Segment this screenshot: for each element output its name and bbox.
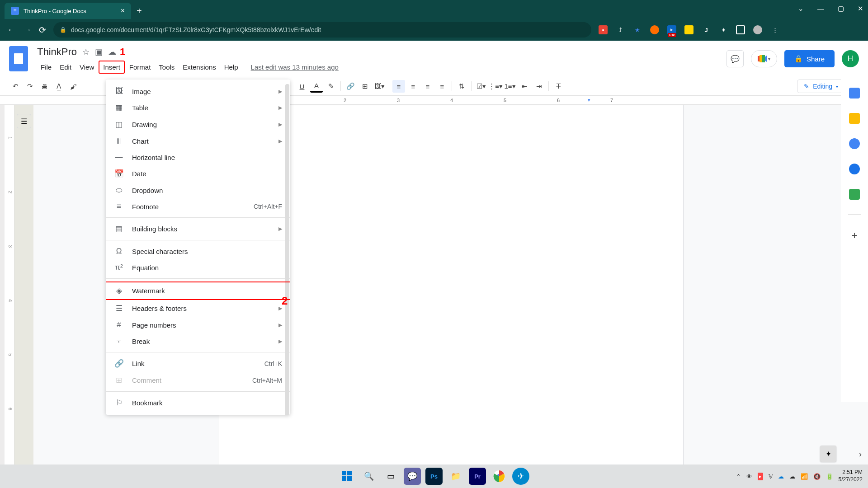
menu-help[interactable]: Help <box>221 61 242 73</box>
start-button[interactable] <box>339 468 356 485</box>
cloud-status-icon[interactable]: ☁ <box>108 47 116 57</box>
print-button[interactable]: 🖶 <box>38 80 51 93</box>
bulleted-list-button[interactable]: ⋮≡▾ <box>489 80 502 93</box>
task-view-button[interactable]: ▭ <box>382 468 399 485</box>
teams-icon[interactable]: 💬 <box>404 468 421 485</box>
share-button[interactable]: 🔒 Share <box>784 50 835 67</box>
move-icon[interactable]: ▣ <box>95 47 103 57</box>
premiere-icon[interactable]: Pr <box>469 468 486 485</box>
align-center-button[interactable]: ≡ <box>407 80 420 93</box>
account-avatar[interactable]: H <box>842 50 859 67</box>
document-title[interactable]: ThinkPro <box>37 46 77 58</box>
menu-extensions[interactable]: Extensions <box>179 61 219 73</box>
insert-link-button[interactable]: 🔗 <box>344 80 357 93</box>
menu-item-table[interactable]: ▦Table▶ <box>106 99 290 116</box>
menu-insert[interactable]: Insert <box>99 61 125 74</box>
wifi-icon[interactable]: 📶 <box>801 473 808 480</box>
menu-item-dropdown[interactable]: ⬭Dropdown <box>106 182 290 198</box>
menu-edit[interactable]: Edit <box>56 61 75 73</box>
insert-image-button[interactable]: 🖼▾ <box>373 80 386 93</box>
menu-item-building-blocks[interactable]: ▤Building blocks▶ <box>106 221 290 237</box>
tray-icon-v[interactable]: 𝕍 <box>769 473 773 480</box>
menu-item-link[interactable]: 🔗LinkCtrl+K <box>106 355 290 372</box>
bookmark-star-icon[interactable]: ★ <box>633 25 642 34</box>
paint-format-button[interactable]: 🖌 <box>67 80 80 93</box>
editing-mode-button[interactable]: ✎ Editing ▾ <box>797 80 845 93</box>
menu-item-chart[interactable]: ⫼Chart▶ <box>106 133 290 149</box>
explorer-icon[interactable]: 📁 <box>447 468 464 485</box>
redo-button[interactable]: ↷ <box>24 80 36 93</box>
tasks-icon[interactable] <box>849 138 860 149</box>
menu-format[interactable]: Format <box>126 61 155 73</box>
extensions-puzzle-icon[interactable]: ✦ <box>719 25 728 34</box>
menu-item-bookmark[interactable]: ⚐Bookmark <box>106 394 290 411</box>
spellcheck-button[interactable]: A̲ <box>52 80 65 93</box>
undo-button[interactable]: ↶ <box>9 80 22 93</box>
tray-chevron-icon[interactable]: ⌃ <box>736 473 741 480</box>
tray-eye-icon[interactable]: 👁 <box>746 473 752 480</box>
docs-logo[interactable] <box>9 46 28 71</box>
tab-search-icon[interactable]: ⌄ <box>798 5 804 13</box>
meet-button[interactable]: ▾ <box>751 50 777 67</box>
menu-item-equation[interactable]: π²Equation <box>106 259 290 276</box>
decrease-indent-button[interactable]: ⇤ <box>518 80 531 93</box>
explore-button[interactable]: ✦ <box>820 446 836 462</box>
checklist-button[interactable]: ☑▾ <box>475 80 487 93</box>
ext-icon-j[interactable]: J <box>702 25 711 34</box>
star-icon[interactable]: ☆ <box>82 47 90 57</box>
close-tab-icon[interactable]: × <box>121 7 125 15</box>
align-justify-button[interactable]: ≡ <box>436 80 448 93</box>
close-window-icon[interactable]: ✕ <box>858 5 863 13</box>
align-left-button[interactable]: ≡ <box>392 80 405 93</box>
volume-icon[interactable]: 🔇 <box>813 473 821 480</box>
menu-item-headers-footers[interactable]: ☰Headers & footers▶ <box>106 300 290 317</box>
menu-item-watermark[interactable]: ◈Watermark <box>106 282 290 300</box>
minimize-icon[interactable]: — <box>817 5 824 13</box>
contacts-icon[interactable] <box>849 164 860 174</box>
menu-item-horizontal-line[interactable]: —Horizontal line <box>106 149 290 165</box>
comments-button[interactable]: 💬 <box>726 50 744 67</box>
onedrive-icon[interactable]: ☁ <box>778 473 784 480</box>
clear-formatting-button[interactable]: T̶ <box>552 80 565 93</box>
reload-button[interactable]: ⟳ <box>39 25 46 35</box>
highlight-button[interactable]: ✎ <box>325 80 337 93</box>
hide-side-panel-button[interactable]: › <box>859 450 862 459</box>
align-right-button[interactable]: ≡ <box>421 80 434 93</box>
underline-button[interactable]: U <box>296 80 308 93</box>
menu-item-special-characters[interactable]: ΩSpecial characters <box>106 243 290 259</box>
back-button[interactable]: ← <box>7 25 16 35</box>
profile-avatar-icon[interactable] <box>753 25 762 34</box>
tray-icon-red[interactable]: ▸ <box>758 473 763 480</box>
clock[interactable]: 2:51 PM 5/27/2022 <box>839 469 863 483</box>
ext-icon-3[interactable] <box>684 25 693 34</box>
ext-icon-1[interactable]: ▪ <box>599 25 608 34</box>
browser-menu-icon[interactable]: ⋮ <box>770 25 779 34</box>
telegram-icon[interactable]: ✈ <box>512 468 529 485</box>
menu-item-break[interactable]: ⫟Break▶ <box>106 333 290 349</box>
increase-indent-button[interactable]: ⇥ <box>533 80 545 93</box>
maps-icon[interactable] <box>849 189 860 200</box>
menu-item-date[interactable]: 📅Date <box>106 165 290 182</box>
ext-icon-box[interactable] <box>736 25 745 34</box>
menu-item-footnote[interactable]: ≡FootnoteCtrl+Alt+F <box>106 198 290 215</box>
linkedin-ext-icon[interactable]: in>3k <box>667 25 676 34</box>
outline-toggle-button[interactable]: ☰ <box>17 114 31 128</box>
keep-icon[interactable] <box>849 113 860 124</box>
new-tab-button[interactable]: + <box>137 6 142 16</box>
menu-view[interactable]: View <box>76 61 98 73</box>
line-spacing-button[interactable]: ⇅ <box>455 80 468 93</box>
search-button[interactable]: 🔍 <box>360 468 377 485</box>
vertical-ruler[interactable]: 1 2 3 4 5 6 <box>5 105 14 488</box>
maximize-icon[interactable]: ▢ <box>838 5 844 13</box>
last-edit-link[interactable]: Last edit was 13 minutes ago <box>251 63 339 71</box>
battery-icon[interactable]: 🔋 <box>826 473 833 480</box>
menu-tools[interactable]: Tools <box>155 61 178 73</box>
numbered-list-button[interactable]: 1≡▾ <box>504 80 516 93</box>
photoshop-icon[interactable]: Ps <box>425 468 443 485</box>
tray-icon-cloud[interactable]: ☁ <box>789 473 795 480</box>
get-addons-button[interactable]: + <box>851 229 858 242</box>
calendar-icon[interactable] <box>849 88 860 99</box>
browser-tab[interactable]: ≡ ThinkPro - Google Docs × <box>5 3 131 19</box>
ext-icon-2[interactable] <box>650 25 659 34</box>
menu-file[interactable]: File <box>37 61 55 73</box>
